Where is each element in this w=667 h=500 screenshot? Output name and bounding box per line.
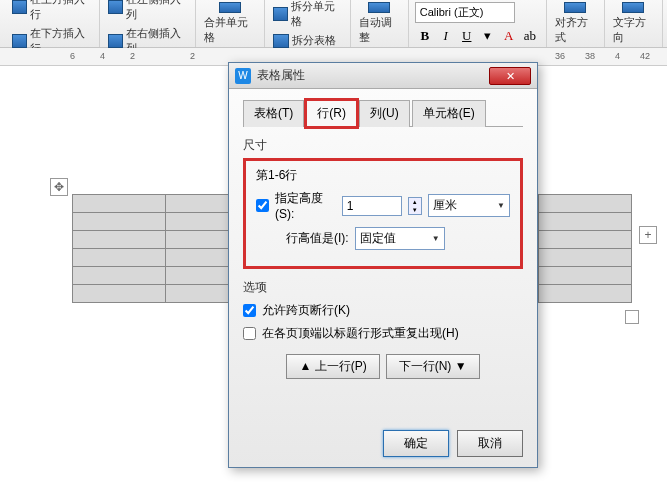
label: 拆分表格 [292, 33, 336, 48]
label: 对齐方式 [555, 15, 596, 45]
font-color-button[interactable]: A [499, 26, 519, 46]
chevron-down-icon: ▼ [497, 201, 505, 210]
table-properties-dialog: W 表格属性 ✕ 表格(T) 行(R) 列(U) 单元格(E) 尺寸 第1-6行… [228, 62, 538, 468]
prev-row-button[interactable]: ▲ 上一行(P) [286, 354, 379, 379]
ruler-mark: 6 [70, 51, 75, 61]
label: 在左侧插入列 [126, 0, 187, 22]
dialog-footer: 确定 取消 [383, 430, 523, 457]
height-is-value: 固定值 [360, 230, 396, 247]
tab-row[interactable]: 行(R) [306, 100, 357, 127]
dialog-titlebar[interactable]: W 表格属性 ✕ [229, 63, 537, 89]
font-name-value: Calibri (正文) [420, 6, 484, 18]
ruler-mark: 36 [555, 51, 565, 61]
ruler-mark: 2 [190, 51, 195, 61]
table-row-above-icon [12, 0, 27, 14]
repeat-header-label: 在各页顶端以标题行形式重复出现(H) [262, 325, 459, 342]
label: 在上方插入行 [30, 0, 91, 22]
ruler-mark: 2 [130, 51, 135, 61]
height-is-label: 行高值是(I): [286, 230, 349, 247]
spin-down-icon[interactable]: ▼ [409, 206, 421, 214]
ruler-mark: 42 [640, 51, 650, 61]
add-column-button[interactable]: + [639, 226, 657, 244]
tab-column[interactable]: 列(U) [359, 100, 410, 127]
dialog-title: 表格属性 [257, 67, 489, 84]
allow-break-checkbox[interactable] [243, 304, 256, 317]
merge-icon [219, 2, 241, 13]
chevron-down-icon: ▼ [432, 234, 440, 243]
italic-button[interactable]: I [436, 26, 456, 46]
ribbon-group-rows: 在上方插入行 在下方插入行 [4, 0, 100, 47]
insert-col-left-button[interactable]: 在左侧插入列 [106, 0, 189, 23]
label: 自动调整 [359, 15, 400, 45]
height-is-dropdown[interactable]: 固定值▼ [355, 227, 445, 250]
height-unit-dropdown[interactable]: 厘米▼ [428, 194, 510, 217]
font-name-select[interactable]: Calibri (正文) [415, 2, 515, 23]
ruler-mark: 4 [615, 51, 620, 61]
cancel-button[interactable]: 取消 [457, 430, 523, 457]
merge-cells-button[interactable]: 合并单元格 [196, 0, 264, 47]
specify-height-checkbox[interactable] [256, 199, 269, 212]
ribbon-group-font: Calibri (正文) B I U ▾ A ab [409, 0, 547, 47]
highlight-button[interactable]: ab [520, 26, 540, 46]
table-resize-handle[interactable] [625, 310, 639, 324]
dialog-body: 表格(T) 行(R) 列(U) 单元格(E) 尺寸 第1-6行 指定高度(S):… [229, 89, 537, 389]
ribbon-group-cols: 在左侧插入列 在右侧插入列 [100, 0, 196, 47]
autofit-button[interactable]: 自动调整 [351, 0, 409, 47]
ruler-mark: 4 [100, 51, 105, 61]
unit-value: 厘米 [433, 197, 457, 214]
table-col-right-icon [108, 34, 123, 48]
align-button[interactable]: 对齐方式 [547, 0, 605, 47]
allow-break-label: 允许跨页断行(K) [262, 302, 350, 319]
height-spinner[interactable]: ▲▼ [408, 197, 422, 215]
options-section-label: 选项 [243, 279, 523, 296]
table-col-left-icon [108, 0, 123, 14]
label: 合并单元格 [204, 15, 255, 45]
size-highlight-box: 第1-6行 指定高度(S): ▲▼ 厘米▼ 行高值是(I): 固定值▼ [243, 158, 523, 269]
tab-cell[interactable]: 单元格(E) [412, 100, 486, 127]
rows-range-label: 第1-6行 [256, 167, 510, 184]
size-section-label: 尺寸 [243, 137, 523, 154]
align-icon [564, 2, 586, 13]
specify-height-label: 指定高度(S): [275, 190, 336, 221]
ribbon-toolbar: 在上方插入行 在下方插入行 在左侧插入列 在右侧插入列 合并单元格 拆分单元格 … [0, 0, 667, 48]
split-table-icon [273, 34, 289, 48]
app-icon: W [235, 68, 251, 84]
underline-dropdown[interactable]: ▾ [478, 26, 498, 46]
dialog-tabs: 表格(T) 行(R) 列(U) 单元格(E) [243, 99, 523, 127]
repeat-header-checkbox[interactable] [243, 327, 256, 340]
ribbon-group-split: 拆分单元格 拆分表格 [265, 0, 351, 47]
text-dir-icon [622, 2, 644, 13]
table-row-below-icon [12, 34, 27, 48]
close-button[interactable]: ✕ [489, 67, 531, 85]
tab-table[interactable]: 表格(T) [243, 100, 304, 127]
ruler-mark: 38 [585, 51, 595, 61]
split-table-button[interactable]: 拆分表格 [271, 32, 344, 49]
height-input[interactable] [342, 196, 402, 216]
autofit-icon [368, 2, 390, 13]
insert-row-above-button[interactable]: 在上方插入行 [10, 0, 93, 23]
next-row-button[interactable]: 下一行(N) ▼ [386, 354, 480, 379]
split-cells-icon [273, 7, 288, 21]
ok-button[interactable]: 确定 [383, 430, 449, 457]
spin-up-icon[interactable]: ▲ [409, 198, 421, 206]
text-direction-button[interactable]: 文字方向 [605, 0, 663, 47]
split-cells-button[interactable]: 拆分单元格 [271, 0, 344, 30]
row-nav-buttons: ▲ 上一行(P) 下一行(N) ▼ [243, 354, 523, 379]
table-move-handle[interactable]: ✥ [50, 178, 68, 196]
label: 文字方向 [613, 15, 654, 45]
label: 拆分单元格 [291, 0, 342, 29]
bold-button[interactable]: B [415, 26, 435, 46]
underline-button[interactable]: U [457, 26, 477, 46]
